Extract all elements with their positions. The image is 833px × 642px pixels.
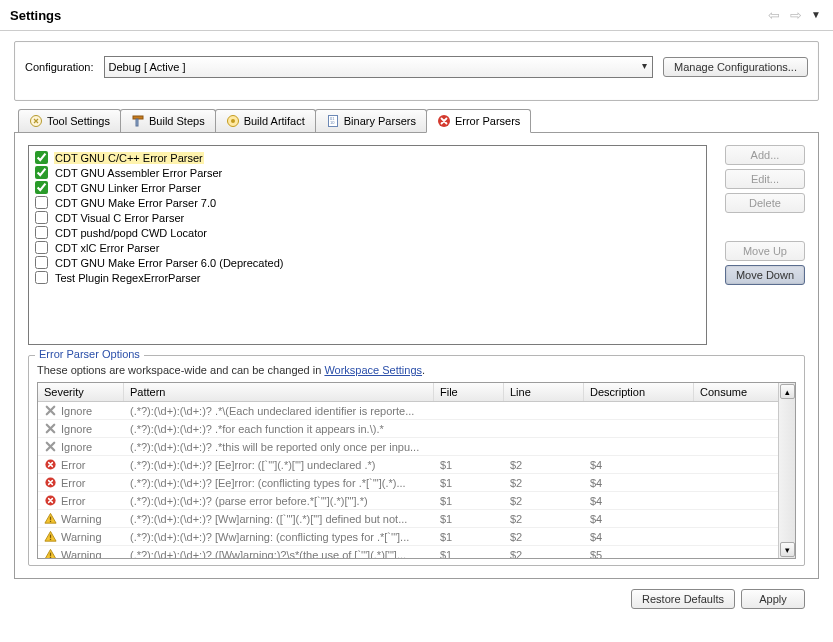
parser-checkbox[interactable] xyxy=(35,211,48,224)
configuration-panel: Configuration: Debug [ Active ] Manage C… xyxy=(14,41,819,101)
table-row[interactable]: Ignore(.*?):(\d+):(\d+:)? .*for each fun… xyxy=(38,420,795,438)
pattern-cell: (.*?):(\d+):(\d+:)? .*this will be repor… xyxy=(124,439,434,455)
add-button[interactable]: Add... xyxy=(725,145,805,165)
pattern-cell: (.*?):(\d+):(\d+:)? .*for each function … xyxy=(124,421,434,437)
severity-cell: Ignore xyxy=(61,405,92,417)
description-cell: $5 xyxy=(584,547,694,559)
consume-cell xyxy=(694,409,784,413)
move-up-button[interactable]: Move Up xyxy=(725,241,805,261)
parser-item[interactable]: CDT GNU Make Error Parser 6.0 (Deprecate… xyxy=(35,255,700,270)
line-cell xyxy=(504,445,584,449)
pattern-cell: (.*?):(\d+):(\d+:)? [Ww]arning: (conflic… xyxy=(124,529,434,545)
consume-cell xyxy=(694,481,784,485)
consume-cell xyxy=(694,463,784,467)
col-consume[interactable]: Consume xyxy=(694,383,784,401)
parser-item[interactable]: Test Plugin RegexErrorParser xyxy=(35,270,700,285)
file-cell: $1 xyxy=(434,529,504,545)
parser-list[interactable]: CDT GNU C/C++ Error ParserCDT GNU Assemb… xyxy=(28,145,707,345)
parser-checkbox[interactable] xyxy=(35,196,48,209)
err-icon xyxy=(44,494,57,507)
parser-label: CDT GNU Linker Error Parser xyxy=(54,182,202,194)
scroll-up-button[interactable]: ▴ xyxy=(780,384,795,399)
workspace-settings-link[interactable]: Workspace Settings xyxy=(324,364,422,376)
parser-checkbox[interactable] xyxy=(35,151,48,164)
warn-icon xyxy=(44,512,57,525)
tab-label: Build Artifact xyxy=(244,115,305,127)
parser-checkbox[interactable] xyxy=(35,271,48,284)
back-button[interactable]: ⇦ xyxy=(765,6,783,24)
header: Settings ⇦ ⇨ ▼ xyxy=(0,0,833,31)
parser-checkbox[interactable] xyxy=(35,256,48,269)
table-row[interactable]: Ignore(.*?):(\d+):(\d+:)? .*this will be… xyxy=(38,438,795,456)
tab-build-artifact[interactable]: Build Artifact xyxy=(215,109,316,132)
footer: Restore Defaults Apply xyxy=(14,579,819,609)
severity-cell: Warning xyxy=(61,549,102,559)
pattern-cell: (.*?):(\d+):(\d+:)? .*\(Each undeclared … xyxy=(124,403,434,419)
table-row[interactable]: Warning(.*?):(\d+):(\d+:)? [Ww]arning: (… xyxy=(38,510,795,528)
col-severity[interactable]: Severity xyxy=(38,383,124,401)
nav-menu-button[interactable]: ▼ xyxy=(809,6,823,24)
table-row[interactable]: Error(.*?):(\d+):(\d+:)? (parse error be… xyxy=(38,492,795,510)
pattern-cell: (.*?):(\d+):(\d+:)? ([Ww]arning:)?\s*(th… xyxy=(124,547,434,559)
tab-build-steps[interactable]: Build Steps xyxy=(120,109,216,132)
table-row[interactable]: Error(.*?):(\d+):(\d+:)? [Ee]rror: ([`'"… xyxy=(38,456,795,474)
configuration-label: Configuration: xyxy=(25,61,94,73)
tab-binary-parsers[interactable]: Binary Parsers xyxy=(315,109,427,132)
parser-label: CDT Visual C Error Parser xyxy=(54,212,185,224)
table-row[interactable]: Error(.*?):(\d+):(\d+:)? [Ee]rror: (conf… xyxy=(38,474,795,492)
parser-checkbox[interactable] xyxy=(35,181,48,194)
err-icon xyxy=(44,476,57,489)
parser-checkbox[interactable] xyxy=(35,166,48,179)
options-title: Error Parser Options xyxy=(35,348,144,360)
restore-defaults-button[interactable]: Restore Defaults xyxy=(631,589,735,609)
line-cell: $2 xyxy=(504,493,584,509)
tab-label: Binary Parsers xyxy=(344,115,416,127)
description-cell: $4 xyxy=(584,457,694,473)
line-cell: $2 xyxy=(504,457,584,473)
description-cell: $4 xyxy=(584,475,694,491)
parser-item[interactable]: CDT GNU C/C++ Error Parser xyxy=(35,150,700,165)
table-scrollbar[interactable]: ▴ ▾ xyxy=(778,383,795,558)
parser-item[interactable]: CDT GNU Linker Error Parser xyxy=(35,180,700,195)
delete-button[interactable]: Delete xyxy=(725,193,805,213)
err-icon xyxy=(44,458,57,471)
col-description[interactable]: Description xyxy=(584,383,694,401)
tab-error-parsers[interactable]: Error Parsers xyxy=(426,109,531,133)
manage-configurations-button[interactable]: Manage Configurations... xyxy=(663,57,808,77)
table-row[interactable]: Warning(.*?):(\d+):(\d+:)? [Ww]arning: (… xyxy=(38,528,795,546)
col-file[interactable]: File xyxy=(434,383,504,401)
scroll-down-button[interactable]: ▾ xyxy=(780,542,795,557)
configuration-select[interactable]: Debug [ Active ] xyxy=(104,56,654,78)
page-title: Settings xyxy=(10,8,61,23)
move-down-button[interactable]: Move Down xyxy=(725,265,805,285)
forward-button[interactable]: ⇨ xyxy=(787,6,805,24)
pattern-cell: (.*?):(\d+):(\d+:)? (parse error before.… xyxy=(124,493,434,509)
hammer-wrench-icon xyxy=(131,114,145,128)
table-row[interactable]: Warning(.*?):(\d+):(\d+:)? ([Ww]arning:)… xyxy=(38,546,795,558)
parser-item[interactable]: CDT Visual C Error Parser xyxy=(35,210,700,225)
file-cell xyxy=(434,445,504,449)
col-line[interactable]: Line xyxy=(504,383,584,401)
parser-item[interactable]: CDT pushd/popd CWD Locator xyxy=(35,225,700,240)
tab-label: Error Parsers xyxy=(455,115,520,127)
parser-item[interactable]: CDT GNU Assembler Error Parser xyxy=(35,165,700,180)
parser-checkbox[interactable] xyxy=(35,241,48,254)
parser-item[interactable]: CDT xlC Error Parser xyxy=(35,240,700,255)
edit-button[interactable]: Edit... xyxy=(725,169,805,189)
options-description: These options are workspace-wide and can… xyxy=(37,364,796,376)
side-buttons: Add... Edit... Delete Move Up Move Down xyxy=(725,145,805,345)
table-header: Severity Pattern File Line Description C… xyxy=(38,383,795,402)
apply-button[interactable]: Apply xyxy=(741,589,805,609)
parser-checkbox[interactable] xyxy=(35,226,48,239)
error-parser-options-group: Error Parser Options These options are w… xyxy=(28,355,805,566)
warn-icon xyxy=(44,548,57,558)
parser-item[interactable]: CDT GNU Make Error Parser 7.0 xyxy=(35,195,700,210)
table-row[interactable]: Ignore(.*?):(\d+):(\d+:)? .*\(Each undec… xyxy=(38,402,795,420)
parser-label: CDT GNU Make Error Parser 6.0 (Deprecate… xyxy=(54,257,284,269)
file-cell: $1 xyxy=(434,475,504,491)
tab-tool-settings[interactable]: Tool Settings xyxy=(18,109,121,132)
tab-label: Build Steps xyxy=(149,115,205,127)
severity-cell: Error xyxy=(61,477,85,489)
col-pattern[interactable]: Pattern xyxy=(124,383,434,401)
parser-label: CDT GNU Assembler Error Parser xyxy=(54,167,223,179)
